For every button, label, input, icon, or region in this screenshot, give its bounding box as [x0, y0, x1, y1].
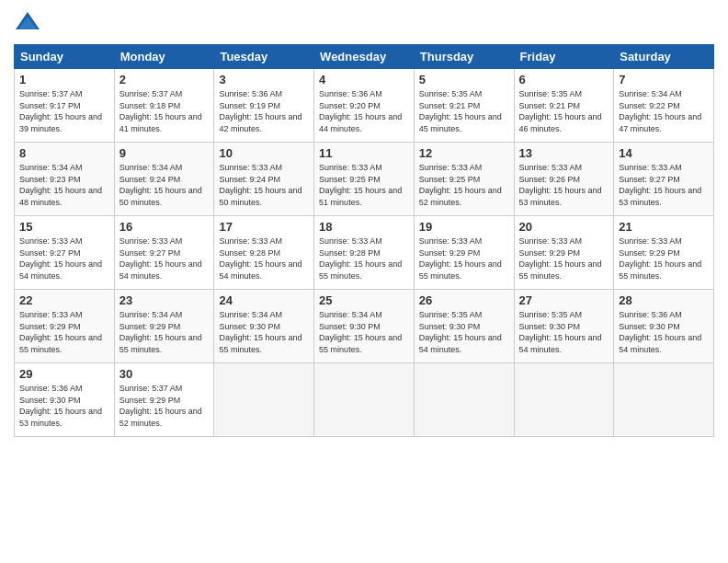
day-number: 25 [319, 293, 409, 307]
day-number: 28 [619, 293, 709, 307]
calendar-cell: 12Sunrise: 5:33 AMSunset: 9:25 PMDayligh… [414, 143, 514, 216]
day-info: Sunrise: 5:33 AMSunset: 9:27 PMDaylight:… [619, 162, 709, 208]
calendar-cell: 19Sunrise: 5:33 AMSunset: 9:29 PMDayligh… [414, 216, 514, 290]
header-cell-thursday: Thursday [414, 45, 514, 69]
week-row-2: 8Sunrise: 5:34 AMSunset: 9:23 PMDaylight… [15, 143, 714, 216]
calendar-cell: 14Sunrise: 5:33 AMSunset: 9:27 PMDayligh… [614, 143, 714, 216]
day-info: Sunrise: 5:33 AMSunset: 9:28 PMDaylight:… [219, 236, 309, 282]
day-info: Sunrise: 5:33 AMSunset: 9:27 PMDaylight:… [119, 236, 210, 282]
day-info: Sunrise: 5:33 AMSunset: 9:25 PMDaylight:… [319, 162, 409, 208]
calendar-cell: 24Sunrise: 5:34 AMSunset: 9:30 PMDayligh… [214, 290, 314, 363]
day-number: 12 [419, 146, 509, 160]
header-cell-tuesday: Tuesday [214, 45, 314, 69]
calendar-cell [314, 363, 415, 437]
calendar-cell [214, 363, 314, 437]
day-info: Sunrise: 5:35 AMSunset: 9:21 PMDaylight:… [519, 88, 609, 134]
day-info: Sunrise: 5:34 AMSunset: 9:24 PMDaylight:… [119, 162, 210, 208]
calendar-cell: 9Sunrise: 5:34 AMSunset: 9:24 PMDaylight… [114, 143, 214, 216]
calendar-cell: 10Sunrise: 5:33 AMSunset: 9:24 PMDayligh… [214, 143, 314, 216]
day-info: Sunrise: 5:36 AMSunset: 9:20 PMDaylight:… [319, 88, 409, 134]
logo-icon [14, 9, 41, 37]
calendar-cell: 18Sunrise: 5:33 AMSunset: 9:28 PMDayligh… [314, 216, 415, 290]
day-number: 15 [19, 220, 109, 234]
day-number: 5 [419, 73, 509, 86]
day-number: 30 [119, 367, 210, 381]
calendar-cell: 30Sunrise: 5:37 AMSunset: 9:29 PMDayligh… [114, 363, 214, 437]
calendar-cell: 21Sunrise: 5:33 AMSunset: 9:29 PMDayligh… [614, 216, 714, 290]
day-number: 26 [419, 293, 509, 307]
calendar-cell: 7Sunrise: 5:34 AMSunset: 9:22 PMDaylight… [614, 69, 714, 143]
calendar-cell: 2Sunrise: 5:37 AMSunset: 9:18 PMDaylight… [114, 69, 214, 143]
day-info: Sunrise: 5:34 AMSunset: 9:29 PMDaylight:… [119, 309, 210, 355]
calendar-cell: 4Sunrise: 5:36 AMSunset: 9:20 PMDaylight… [314, 69, 415, 143]
day-number: 19 [419, 220, 509, 234]
calendar-cell: 15Sunrise: 5:33 AMSunset: 9:27 PMDayligh… [15, 216, 115, 290]
calendar-cell: 28Sunrise: 5:36 AMSunset: 9:30 PMDayligh… [614, 290, 714, 363]
calendar-cell [614, 363, 714, 437]
day-number: 16 [119, 220, 210, 234]
header-row: SundayMondayTuesdayWednesdayThursdayFrid… [15, 45, 714, 69]
day-info: Sunrise: 5:34 AMSunset: 9:22 PMDaylight:… [619, 88, 709, 134]
week-row-5: 29Sunrise: 5:36 AMSunset: 9:30 PMDayligh… [15, 363, 714, 437]
day-number: 2 [119, 73, 210, 86]
page: SundayMondayTuesdayWednesdayThursdayFrid… [0, 0, 728, 563]
calendar-cell: 27Sunrise: 5:35 AMSunset: 9:30 PMDayligh… [514, 290, 614, 363]
day-info: Sunrise: 5:37 AMSunset: 9:17 PMDaylight:… [19, 88, 109, 134]
day-info: Sunrise: 5:34 AMSunset: 9:30 PMDaylight:… [219, 309, 309, 355]
day-number: 23 [119, 293, 210, 307]
calendar-cell: 25Sunrise: 5:34 AMSunset: 9:30 PMDayligh… [314, 290, 415, 363]
calendar-cell: 11Sunrise: 5:33 AMSunset: 9:25 PMDayligh… [314, 143, 415, 216]
day-number: 20 [519, 220, 609, 234]
calendar-cell: 6Sunrise: 5:35 AMSunset: 9:21 PMDaylight… [514, 69, 614, 143]
calendar-cell: 22Sunrise: 5:33 AMSunset: 9:29 PMDayligh… [15, 290, 115, 363]
day-number: 27 [519, 293, 609, 307]
day-number: 9 [119, 146, 210, 160]
day-number: 3 [219, 73, 309, 86]
day-number: 6 [519, 73, 609, 86]
header-cell-sunday: Sunday [15, 45, 115, 69]
day-info: Sunrise: 5:34 AMSunset: 9:30 PMDaylight:… [319, 309, 409, 355]
header-cell-wednesday: Wednesday [314, 45, 415, 69]
week-row-4: 22Sunrise: 5:33 AMSunset: 9:29 PMDayligh… [15, 290, 714, 363]
day-info: Sunrise: 5:33 AMSunset: 9:28 PMDaylight:… [319, 236, 409, 282]
day-number: 14 [619, 146, 709, 160]
calendar-cell [414, 363, 514, 437]
header-cell-monday: Monday [114, 45, 214, 69]
day-number: 29 [19, 367, 109, 381]
day-number: 8 [19, 146, 109, 160]
day-number: 21 [619, 220, 709, 234]
calendar-cell: 5Sunrise: 5:35 AMSunset: 9:21 PMDaylight… [414, 69, 514, 143]
header-cell-friday: Friday [514, 45, 614, 69]
logo [14, 9, 45, 37]
header [14, 9, 714, 37]
calendar-cell [514, 363, 614, 437]
day-info: Sunrise: 5:34 AMSunset: 9:23 PMDaylight:… [19, 162, 109, 208]
day-info: Sunrise: 5:37 AMSunset: 9:18 PMDaylight:… [119, 88, 210, 134]
day-number: 17 [219, 220, 309, 234]
day-info: Sunrise: 5:33 AMSunset: 9:27 PMDaylight:… [19, 236, 109, 282]
day-number: 4 [319, 73, 409, 86]
calendar-cell: 3Sunrise: 5:36 AMSunset: 9:19 PMDaylight… [214, 69, 314, 143]
day-info: Sunrise: 5:33 AMSunset: 9:25 PMDaylight:… [419, 162, 509, 208]
day-info: Sunrise: 5:35 AMSunset: 9:30 PMDaylight:… [519, 309, 609, 355]
day-info: Sunrise: 5:35 AMSunset: 9:30 PMDaylight:… [419, 309, 509, 355]
calendar-cell: 17Sunrise: 5:33 AMSunset: 9:28 PMDayligh… [214, 216, 314, 290]
day-info: Sunrise: 5:33 AMSunset: 9:29 PMDaylight:… [19, 309, 109, 355]
day-info: Sunrise: 5:37 AMSunset: 9:29 PMDaylight:… [119, 383, 210, 429]
day-info: Sunrise: 5:36 AMSunset: 9:30 PMDaylight:… [19, 383, 109, 429]
day-number: 18 [319, 220, 409, 234]
calendar: SundayMondayTuesdayWednesdayThursdayFrid… [14, 44, 714, 437]
calendar-cell: 23Sunrise: 5:34 AMSunset: 9:29 PMDayligh… [114, 290, 214, 363]
day-number: 1 [19, 73, 109, 86]
day-info: Sunrise: 5:33 AMSunset: 9:29 PMDaylight:… [519, 236, 609, 282]
calendar-cell: 1Sunrise: 5:37 AMSunset: 9:17 PMDaylight… [15, 69, 115, 143]
day-info: Sunrise: 5:33 AMSunset: 9:29 PMDaylight:… [419, 236, 509, 282]
day-info: Sunrise: 5:33 AMSunset: 9:24 PMDaylight:… [219, 162, 309, 208]
day-info: Sunrise: 5:33 AMSunset: 9:26 PMDaylight:… [519, 162, 609, 208]
calendar-cell: 26Sunrise: 5:35 AMSunset: 9:30 PMDayligh… [414, 290, 514, 363]
header-cell-saturday: Saturday [614, 45, 714, 69]
calendar-cell: 16Sunrise: 5:33 AMSunset: 9:27 PMDayligh… [114, 216, 214, 290]
day-number: 13 [519, 146, 609, 160]
calendar-cell: 29Sunrise: 5:36 AMSunset: 9:30 PMDayligh… [15, 363, 115, 437]
day-info: Sunrise: 5:35 AMSunset: 9:21 PMDaylight:… [419, 88, 509, 134]
